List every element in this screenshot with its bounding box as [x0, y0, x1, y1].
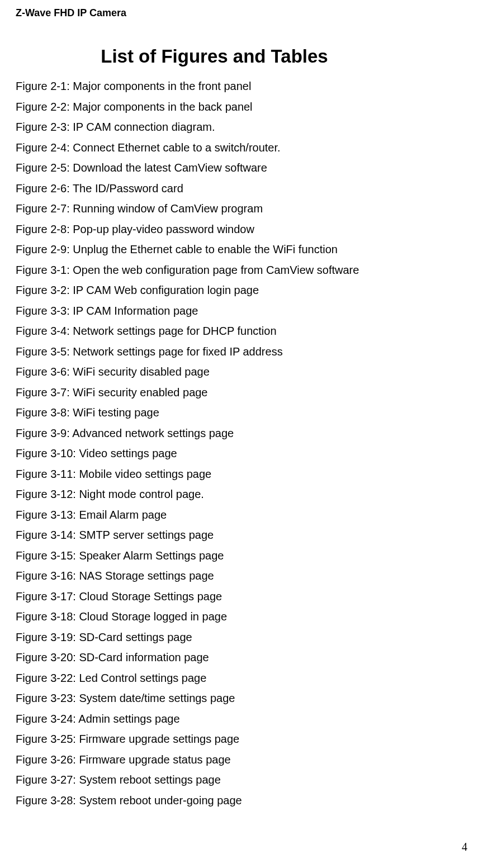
figure-list-item: Figure 3-24: Admin settings page [16, 712, 413, 725]
figure-list-item: Figure 2-2: Major components in the back… [16, 100, 413, 113]
figure-list-item: Figure 3-25: Firmware upgrade settings p… [16, 732, 413, 746]
figure-list-item: Figure 3-19: SD-Card settings page [16, 630, 413, 644]
page-title: List of Figures and Tables [16, 46, 413, 67]
figure-list-item: Figure 3-28: System reboot under-going p… [16, 794, 413, 807]
figure-list-item: Figure 2-3: IP CAM connection diagram. [16, 120, 413, 134]
figure-list-item: Figure 3-10: Video settings page [16, 447, 413, 460]
figures-list: Figure 2-1: Major components in the fron… [16, 79, 413, 807]
figure-list-item: Figure 3-6: WiFi security disabled page [16, 365, 413, 378]
figure-list-item: Figure 3-18: Cloud Storage logged in pag… [16, 610, 413, 623]
figure-list-item: Figure 3-16: NAS Storage settings page [16, 569, 413, 582]
figure-list-item: Figure 3-5: Network settings page for fi… [16, 345, 413, 358]
page-number: 4 [462, 841, 467, 853]
figure-list-item: Figure 3-26: Firmware upgrade status pag… [16, 753, 413, 766]
figure-list-item: Figure 3-7: WiFi security enabled page [16, 386, 413, 399]
figure-list-item: Figure 3-12: Night mode control page. [16, 487, 413, 501]
figure-list-item: Figure 3-17: Cloud Storage Settings page [16, 590, 413, 603]
figure-list-item: Figure 3-22: Led Control settings page [16, 671, 413, 685]
figure-list-item: Figure 3-13: Email Alarm page [16, 508, 413, 521]
figure-list-item: Figure 3-4: Network settings page for DH… [16, 324, 413, 338]
figure-list-item: Figure 3-1: Open the web configuration p… [16, 263, 413, 277]
figure-list-item: Figure 3-8: WiFi testing page [16, 406, 413, 419]
figure-list-item: Figure 2-6: The ID/Password card [16, 182, 413, 195]
figure-list-item: Figure 3-3: IP CAM Information page [16, 304, 413, 317]
figure-list-item: Figure 2-7: Running window of CamView pr… [16, 202, 413, 215]
figure-list-item: Figure 2-4: Connect Ethernet cable to a … [16, 141, 413, 154]
figure-list-item: Figure 3-2: IP CAM Web configuration log… [16, 283, 413, 297]
figure-list-item: Figure 3-15: Speaker Alarm Settings page [16, 549, 413, 562]
figure-list-item: Figure 3-9: Advanced network settings pa… [16, 426, 413, 440]
figure-list-item: Figure 2-8: Pop-up play-video password w… [16, 222, 413, 236]
document-header: Z-Wave FHD IP Camera [16, 7, 413, 19]
figure-list-item: Figure 3-27: System reboot settings page [16, 773, 413, 786]
figure-list-item: Figure 3-20: SD-Card information page [16, 651, 413, 664]
figure-list-item: Figure 2-1: Major components in the fron… [16, 79, 413, 93]
figure-list-item: Figure 3-14: SMTP server settings page [16, 528, 413, 542]
figure-list-item: Figure 2-5: Download the latest CamView … [16, 161, 413, 174]
figure-list-item: Figure 2-9: Unplug the Ethernet cable to… [16, 243, 413, 256]
figure-list-item: Figure 3-23: System date/time settings p… [16, 691, 413, 705]
figure-list-item: Figure 3-11: Mobile video settings page [16, 467, 413, 481]
